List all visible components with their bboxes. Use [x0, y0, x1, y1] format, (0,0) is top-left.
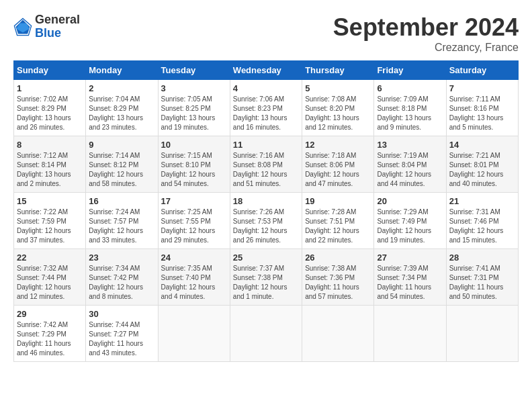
day-info: Sunrise: 7:15 AM Sunset: 8:10 PM Dayligh…	[161, 151, 227, 189]
daylight-text: Daylight: 12 hours and 33 minutes.	[89, 227, 143, 244]
daylight-text: Daylight: 12 hours and 58 minutes.	[89, 171, 143, 187]
sunset-text: Sunset: 7:46 PM	[449, 218, 499, 225]
day-info: Sunrise: 7:37 AM Sunset: 7:38 PM Dayligh…	[233, 264, 299, 302]
sunset-text: Sunset: 7:55 PM	[161, 218, 211, 225]
day-number: 1	[17, 83, 83, 93]
sunrise-text: Sunrise: 7:31 AM	[449, 208, 500, 216]
day-number: 10	[161, 140, 227, 150]
sunset-text: Sunset: 7:27 PM	[89, 330, 138, 338]
col-monday: Monday	[86, 61, 158, 80]
day-number: 23	[89, 253, 154, 263]
daylight-text: Daylight: 13 hours and 23 minutes.	[89, 114, 143, 131]
table-row: 28 Sunrise: 7:41 AM Sunset: 7:31 PM Dayl…	[446, 249, 518, 306]
day-info: Sunrise: 7:44 AM Sunset: 7:27 PM Dayligh…	[89, 320, 154, 358]
table-row: 8 Sunrise: 7:12 AM Sunset: 8:14 PM Dayli…	[14, 136, 86, 193]
day-number: 11	[233, 140, 299, 150]
day-info: Sunrise: 7:31 AM Sunset: 7:46 PM Dayligh…	[449, 208, 515, 245]
sunset-text: Sunset: 7:29 PM	[17, 330, 66, 338]
calendar-header-row: Sunday Monday Tuesday Wednesday Thursday…	[14, 61, 519, 80]
day-number: 28	[449, 253, 515, 263]
sunrise-text: Sunrise: 7:24 AM	[89, 208, 140, 216]
daylight-text: Daylight: 12 hours and 37 minutes.	[17, 227, 71, 244]
sunrise-text: Sunrise: 7:32 AM	[17, 265, 68, 272]
day-number: 29	[17, 309, 83, 319]
table-row: 7 Sunrise: 7:11 AM Sunset: 8:16 PM Dayli…	[446, 80, 518, 136]
sunrise-text: Sunrise: 7:37 AM	[233, 265, 284, 272]
daylight-text: Daylight: 11 hours and 50 minutes.	[449, 283, 504, 300]
sunset-text: Sunset: 7:31 PM	[449, 274, 499, 281]
sunset-text: Sunset: 8:10 PM	[161, 161, 211, 169]
day-number: 5	[305, 83, 371, 93]
day-number: 18	[233, 196, 299, 206]
day-info: Sunrise: 7:12 AM Sunset: 8:14 PM Dayligh…	[17, 151, 83, 189]
sunrise-text: Sunrise: 7:34 AM	[89, 265, 140, 272]
table-row: 5 Sunrise: 7:08 AM Sunset: 8:20 PM Dayli…	[302, 80, 374, 136]
sunset-text: Sunset: 7:40 PM	[161, 274, 211, 281]
table-row: 3 Sunrise: 7:05 AM Sunset: 8:25 PM Dayli…	[158, 80, 230, 136]
sunset-text: Sunset: 8:23 PM	[233, 105, 283, 112]
day-number: 3	[161, 83, 227, 93]
daylight-text: Daylight: 13 hours and 12 minutes.	[305, 114, 359, 131]
daylight-text: Daylight: 11 hours and 46 minutes.	[17, 340, 71, 357]
daylight-text: Daylight: 12 hours and 22 minutes.	[305, 227, 359, 244]
daylight-text: Daylight: 12 hours and 8 minutes.	[89, 283, 143, 300]
sunrise-text: Sunrise: 7:16 AM	[233, 152, 284, 159]
table-row: 29 Sunrise: 7:42 AM Sunset: 7:29 PM Dayl…	[14, 306, 86, 362]
day-number: 20	[377, 196, 443, 206]
daylight-text: Daylight: 12 hours and 12 minutes.	[17, 283, 71, 300]
day-info: Sunrise: 7:28 AM Sunset: 7:51 PM Dayligh…	[305, 208, 371, 245]
sunset-text: Sunset: 8:29 PM	[89, 105, 138, 112]
sunrise-text: Sunrise: 7:35 AM	[161, 265, 212, 272]
day-info: Sunrise: 7:11 AM Sunset: 8:16 PM Dayligh…	[449, 95, 515, 132]
day-number: 26	[305, 253, 371, 263]
day-number: 19	[305, 196, 371, 206]
sunrise-text: Sunrise: 7:05 AM	[161, 95, 212, 103]
col-tuesday: Tuesday	[158, 61, 230, 80]
col-sunday: Sunday	[14, 61, 86, 80]
day-number: 14	[449, 140, 515, 150]
day-number: 21	[449, 196, 515, 206]
sunset-text: Sunset: 7:38 PM	[233, 274, 283, 281]
day-number: 24	[161, 253, 227, 263]
sunrise-text: Sunrise: 7:38 AM	[305, 265, 356, 272]
sunrise-text: Sunrise: 7:06 AM	[233, 95, 284, 103]
day-info: Sunrise: 7:26 AM Sunset: 7:53 PM Dayligh…	[233, 208, 299, 245]
day-number: 6	[377, 83, 443, 93]
table-row: 18 Sunrise: 7:26 AM Sunset: 7:53 PM Dayl…	[230, 193, 302, 249]
day-info: Sunrise: 7:21 AM Sunset: 8:01 PM Dayligh…	[449, 151, 515, 189]
day-info: Sunrise: 7:19 AM Sunset: 8:04 PM Dayligh…	[377, 151, 443, 189]
table-row: 25 Sunrise: 7:37 AM Sunset: 7:38 PM Dayl…	[230, 249, 302, 306]
day-info: Sunrise: 7:32 AM Sunset: 7:44 PM Dayligh…	[17, 264, 83, 302]
logo-general-text: General	[35, 13, 80, 26]
table-row: 19 Sunrise: 7:28 AM Sunset: 7:51 PM Dayl…	[302, 193, 374, 249]
location: Crezancy, France	[333, 42, 519, 54]
sunrise-text: Sunrise: 7:08 AM	[305, 95, 356, 103]
daylight-text: Daylight: 12 hours and 40 minutes.	[449, 171, 504, 187]
sunrise-text: Sunrise: 7:14 AM	[89, 152, 140, 159]
table-row: 2 Sunrise: 7:04 AM Sunset: 8:29 PM Dayli…	[86, 80, 158, 136]
day-number: 27	[377, 253, 443, 263]
daylight-text: Daylight: 12 hours and 1 minute.	[233, 283, 287, 300]
daylight-text: Daylight: 13 hours and 19 minutes.	[161, 114, 216, 131]
calendar-week-row: 1 Sunrise: 7:02 AM Sunset: 8:29 PM Dayli…	[14, 80, 519, 136]
day-info: Sunrise: 7:02 AM Sunset: 8:29 PM Dayligh…	[17, 95, 83, 132]
sunset-text: Sunset: 7:51 PM	[305, 218, 355, 225]
daylight-text: Daylight: 13 hours and 2 minutes.	[17, 171, 71, 187]
day-info: Sunrise: 7:16 AM Sunset: 8:08 PM Dayligh…	[233, 151, 299, 189]
table-row: 15 Sunrise: 7:22 AM Sunset: 7:59 PM Dayl…	[14, 193, 86, 249]
calendar-table: Sunday Monday Tuesday Wednesday Thursday…	[13, 60, 519, 362]
day-info: Sunrise: 7:04 AM Sunset: 8:29 PM Dayligh…	[89, 95, 154, 132]
sunset-text: Sunset: 8:08 PM	[233, 161, 283, 169]
day-number: 12	[305, 140, 371, 150]
day-info: Sunrise: 7:39 AM Sunset: 7:34 PM Dayligh…	[377, 264, 443, 302]
day-info: Sunrise: 7:41 AM Sunset: 7:31 PM Dayligh…	[449, 264, 515, 302]
day-info: Sunrise: 7:34 AM Sunset: 7:42 PM Dayligh…	[89, 264, 154, 302]
sunset-text: Sunset: 8:01 PM	[449, 161, 499, 169]
sunset-text: Sunset: 7:57 PM	[89, 218, 138, 225]
table-row: 12 Sunrise: 7:18 AM Sunset: 8:06 PM Dayl…	[302, 136, 374, 193]
table-row: 22 Sunrise: 7:32 AM Sunset: 7:44 PM Dayl…	[14, 249, 86, 306]
sunset-text: Sunset: 7:49 PM	[377, 218, 427, 225]
table-row: 1 Sunrise: 7:02 AM Sunset: 8:29 PM Dayli…	[14, 80, 86, 136]
daylight-text: Daylight: 11 hours and 57 minutes.	[305, 283, 359, 300]
table-row: 11 Sunrise: 7:16 AM Sunset: 8:08 PM Dayl…	[230, 136, 302, 193]
